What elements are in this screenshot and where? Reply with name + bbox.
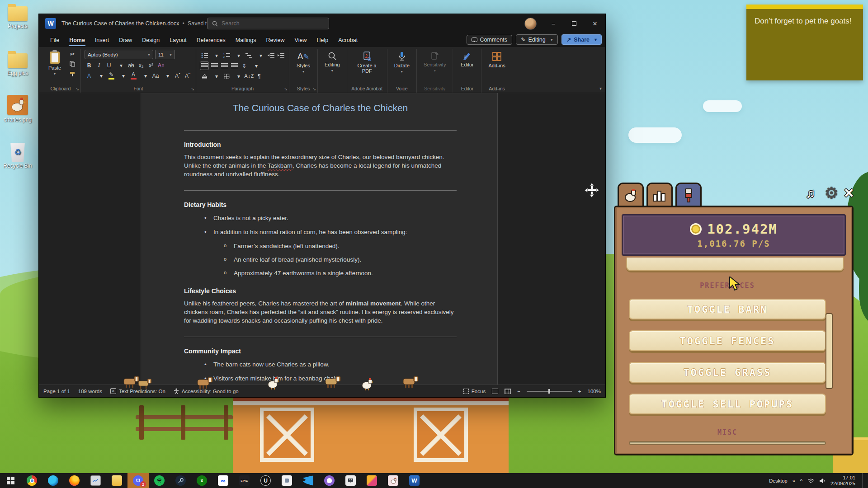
tab-mailings[interactable]: Mailings xyxy=(231,34,261,46)
collapse-ribbon-icon[interactable]: ▾ xyxy=(599,86,602,91)
font-name-select[interactable]: Aptos (Body)▾ xyxy=(85,50,153,59)
taskbar-task-manager[interactable] xyxy=(85,473,106,488)
sticky-note-text[interactable]: Don’t forget to pet the goats! xyxy=(746,9,863,33)
share-button[interactable]: ↗ Share▾ xyxy=(561,34,602,45)
tab-help[interactable]: Help xyxy=(311,34,333,46)
format-painter-button[interactable] xyxy=(68,70,77,78)
paste-button[interactable]: Paste▾ xyxy=(44,50,65,78)
sticky-note[interactable]: Don’t forget to pet the goats! xyxy=(746,5,863,80)
toggle-sell-popups-button[interactable]: TOGGLE SELL POPUPS xyxy=(629,394,826,414)
music-toggle-icon[interactable]: ♫ xyxy=(806,187,815,200)
highlight-dropdown[interactable]: ▾ xyxy=(119,71,128,80)
desktop-icon-egg-pics[interactable]: Egg pics xyxy=(3,53,33,76)
font-color-button[interactable]: A xyxy=(129,71,138,80)
close-button[interactable]: ✕ xyxy=(585,14,605,33)
subscript-button[interactable]: x₂ xyxy=(137,61,146,70)
addins-button[interactable]: Add-ins xyxy=(485,50,508,70)
taskbar-firefox[interactable] xyxy=(64,473,85,488)
borders-button[interactable] xyxy=(222,72,231,80)
align-right-button[interactable] xyxy=(220,61,229,70)
print-layout-icon[interactable] xyxy=(505,389,511,394)
taskbar-xbox[interactable]: x xyxy=(191,473,212,488)
align-center-button[interactable] xyxy=(210,61,219,70)
borders-dropdown[interactable]: ▾ xyxy=(234,72,243,80)
multilevel-list-button[interactable] xyxy=(244,51,253,60)
align-left-button[interactable] xyxy=(200,61,209,70)
taskbar-white-app[interactable] xyxy=(276,473,297,488)
change-case-button[interactable]: Aa xyxy=(151,71,160,80)
tab-references[interactable]: References xyxy=(192,34,231,46)
panel-scrollbar-thumb[interactable] xyxy=(826,313,833,389)
tab-customize[interactable] xyxy=(675,183,702,207)
taskbar-file-explorer[interactable] xyxy=(106,473,127,488)
editing-button[interactable]: Editing▾ xyxy=(321,50,343,75)
shrink-font-button[interactable]: Aˇ xyxy=(183,71,192,80)
taskbar-spotify[interactable] xyxy=(149,473,170,488)
dialog-launcher-icon[interactable]: ↘ xyxy=(312,87,316,91)
tab-insert[interactable]: Insert xyxy=(90,34,114,46)
taskbar-word[interactable]: W xyxy=(404,473,425,488)
line-spacing-dropdown[interactable]: ▾ xyxy=(252,61,261,70)
minimize-button[interactable]: – xyxy=(543,14,564,33)
zoom-out-button[interactable]: − xyxy=(517,389,520,394)
change-case-dropdown[interactable]: ▾ xyxy=(163,71,172,80)
multilevel-list-dropdown[interactable]: ▾ xyxy=(256,51,265,60)
italic-button[interactable]: I xyxy=(94,61,104,70)
font-size-select[interactable]: 11▾ xyxy=(155,50,175,59)
toggle-fences-button[interactable]: TOGGLE FENCES xyxy=(629,330,826,351)
tab-review[interactable]: Review xyxy=(261,34,290,46)
settings-gear-icon[interactable]: ⚙ xyxy=(825,185,838,201)
taskbar-clock[interactable]: 17:01 22/09/2025 xyxy=(830,475,855,487)
zoom-in-button[interactable]: + xyxy=(578,389,581,394)
tab-draw[interactable]: Draw xyxy=(114,34,137,46)
taskbar-chicken-game[interactable] xyxy=(382,473,404,488)
shading-dropdown[interactable]: ▾ xyxy=(212,72,221,80)
decrease-indent-button[interactable] xyxy=(266,51,275,60)
numbered-list-button[interactable]: 12 xyxy=(222,51,231,60)
superscript-button[interactable]: x² xyxy=(146,61,156,70)
taskbar-chrome[interactable] xyxy=(21,473,42,488)
copy-button[interactable] xyxy=(68,60,77,68)
toolbar-chevron[interactable]: » xyxy=(793,478,795,483)
comments-button[interactable]: Comments xyxy=(467,35,512,45)
bold-button[interactable]: B xyxy=(85,61,94,70)
toggle-grass-button[interactable]: TOGGLE GRASS xyxy=(629,362,826,383)
move-handle-icon[interactable] xyxy=(584,183,599,198)
tab-layout[interactable]: Layout xyxy=(165,34,192,46)
show-desktop-button[interactable] xyxy=(862,473,864,488)
read-mode-icon[interactable] xyxy=(492,389,498,394)
clipped-button[interactable] xyxy=(626,258,844,271)
bullet-list-button[interactable] xyxy=(200,51,209,60)
start-button[interactable] xyxy=(0,473,21,488)
cut-button[interactable]: ✂ xyxy=(68,50,77,58)
dictate-button[interactable]: Dictate▾ xyxy=(391,50,413,75)
pilcrow-button[interactable]: ¶ xyxy=(255,72,264,80)
tab-design[interactable]: Design xyxy=(137,34,165,46)
dialog-launcher-icon[interactable]: ↘ xyxy=(284,87,288,91)
font-color-dropdown[interactable]: ▾ xyxy=(141,71,150,80)
text-effects-dropdown[interactable]: ▾ xyxy=(97,71,106,80)
page-indicator[interactable]: Page 1 of 1 xyxy=(43,389,70,394)
tab-chickens[interactable] xyxy=(618,183,644,207)
editor-button[interactable]: Editor xyxy=(457,50,477,69)
desktop-icon-charles-png[interactable]: charles.png xyxy=(3,95,33,123)
underline-button[interactable]: U xyxy=(104,61,113,70)
desktop-icon-projects[interactable]: Projects xyxy=(3,6,33,29)
tab-view[interactable]: View xyxy=(290,34,312,46)
taskbar-epic-games[interactable]: EPIC xyxy=(234,473,255,488)
numbered-list-dropdown[interactable]: ▾ xyxy=(234,51,243,60)
taskbar-vscode[interactable] xyxy=(297,473,319,488)
zoom-slider[interactable] xyxy=(527,391,572,392)
justify-button[interactable] xyxy=(230,61,239,70)
taskbar-unreal-engine[interactable]: U xyxy=(255,473,276,488)
zoom-level[interactable]: 100% xyxy=(588,389,601,394)
zoom-slider-thumb[interactable] xyxy=(548,389,550,394)
increase-indent-button[interactable] xyxy=(276,51,285,60)
document-page[interactable]: The Curious Case of Charles the Chicken … xyxy=(141,93,498,385)
network-icon[interactable] xyxy=(807,478,814,483)
taskbar-meta[interactable]: ∞ xyxy=(212,473,234,488)
taskbar-discord[interactable]: ᗜ 2 xyxy=(127,473,149,488)
taskbar-github-desktop[interactable] xyxy=(319,473,340,488)
line-spacing-button[interactable]: ⇕ xyxy=(240,61,249,70)
desktop-icon-recycle-bin[interactable]: ♻ Recycle Bin xyxy=(3,143,33,169)
